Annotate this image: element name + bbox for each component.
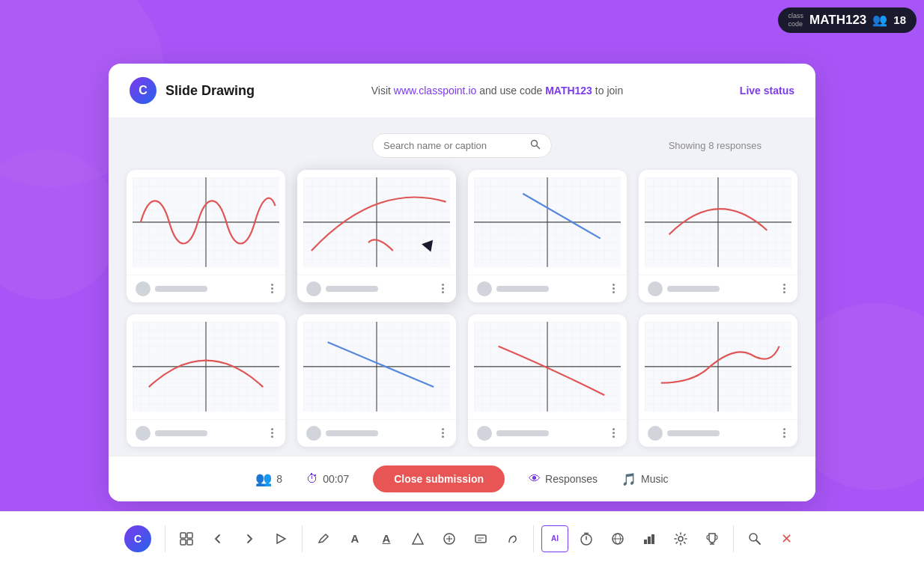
response-card-7[interactable] [468, 314, 627, 447]
class-code-label: classcode [788, 12, 804, 28]
toolbar-settings-icon[interactable] [667, 525, 694, 552]
card-footer-3 [468, 275, 627, 302]
participants-icon: 👥 [255, 471, 272, 487]
avatar-4 [648, 281, 663, 296]
participant-count-topbar: 18 [893, 13, 906, 26]
timer-value: 00:07 [323, 473, 349, 485]
classpoint-url[interactable]: www.classpoint.io [394, 85, 477, 97]
close-submission-button[interactable]: Close submission [373, 465, 505, 492]
name-placeholder-7 [496, 430, 549, 436]
toolbar-play-icon[interactable] [267, 525, 294, 552]
music-label: Music [641, 473, 669, 485]
header: C Slide Drawing Visit www.classpoint.io … [109, 64, 815, 118]
avatar-1 [136, 281, 151, 296]
name-placeholder-1 [155, 286, 207, 292]
timer-icon: ⏱ [306, 472, 318, 486]
search-button[interactable] [530, 139, 541, 152]
avatar-8 [648, 426, 663, 441]
name-placeholder-6 [326, 430, 378, 436]
avatar-7 [477, 426, 492, 441]
card-footer-1 [127, 275, 285, 302]
use-code-text: and use code [476, 85, 545, 97]
toolbar-search-icon[interactable] [741, 525, 768, 552]
toolbar-text-icon[interactable]: A [341, 525, 368, 552]
toolbar-text-underline-icon[interactable]: A [373, 525, 400, 552]
avatar-3 [477, 281, 492, 296]
more-button-3[interactable] [610, 282, 618, 295]
toolbar-logo[interactable]: C [124, 525, 151, 552]
avatar-6 [306, 426, 321, 441]
more-button-4[interactable] [780, 282, 788, 295]
toolbar-trophy-icon[interactable] [699, 525, 726, 552]
toolbar-timer-icon[interactable] [573, 525, 600, 552]
search-box[interactable] [372, 133, 552, 158]
content-area: Showing 8 responses [109, 118, 815, 456]
toolbar-divider-4 [733, 525, 734, 552]
header-left: C Slide Drawing [130, 77, 255, 104]
card-graph-1 [127, 170, 285, 275]
name-placeholder-5 [155, 430, 207, 436]
showing-count: Showing 8 responses [669, 140, 762, 151]
card-info-3 [477, 281, 549, 296]
card-info-2 [306, 281, 378, 296]
card-graph-8 [639, 314, 797, 419]
card-graph-6 [297, 314, 456, 419]
card-graph-3 [468, 170, 627, 275]
to-join-text: to join [592, 85, 623, 97]
toolbar-chart-icon[interactable] [636, 525, 663, 552]
more-button-2[interactable] [439, 282, 447, 295]
more-button-8[interactable] [780, 427, 788, 439]
toolbar-gesture-icon[interactable] [499, 525, 526, 552]
more-button-7[interactable] [610, 427, 618, 439]
live-status-button[interactable]: Live status [740, 85, 794, 97]
name-placeholder-8 [667, 430, 720, 436]
response-grid [127, 170, 797, 447]
responses-button[interactable]: 👁 Responses [529, 472, 598, 486]
toolbar-ai-icon[interactable]: AI [541, 525, 568, 552]
toolbar-pen-icon[interactable] [310, 525, 337, 552]
card-footer-6 [297, 419, 456, 447]
card-info-7 [477, 426, 549, 441]
toolbar-forward-icon[interactable] [236, 525, 263, 552]
response-card-2[interactable] [297, 170, 456, 302]
toolbar-back-icon[interactable] [204, 525, 231, 552]
toolbar-grid-icon[interactable] [173, 525, 200, 552]
action-bar: 👥 8 ⏱ 00:07 Close submission 👁 Responses… [109, 456, 815, 501]
class-code-value: MATH123 [809, 13, 866, 28]
more-button-6[interactable] [439, 427, 447, 439]
response-card-1[interactable] [127, 170, 285, 302]
toolbar-text2-icon[interactable] [467, 525, 494, 552]
response-card-4[interactable] [639, 170, 797, 302]
search-input[interactable] [383, 140, 524, 151]
responses-icon: 👁 [529, 472, 541, 486]
card-footer-7 [468, 419, 627, 447]
card-footer-2 [297, 275, 456, 302]
toolbar-close-icon[interactable]: ✕ [773, 525, 800, 552]
toolbar-divider-3 [533, 525, 534, 552]
response-card-3[interactable] [468, 170, 627, 302]
toolbar-circle-icon[interactable] [436, 525, 463, 552]
svg-rect-39 [187, 540, 192, 545]
music-icon: 🎵 [621, 472, 636, 486]
svg-rect-38 [180, 540, 186, 545]
avatar-2 [306, 281, 321, 296]
card-graph-2 [297, 170, 456, 275]
card-graph-4 [639, 170, 797, 275]
header-center: Visit www.classpoint.io and use code MAT… [371, 85, 623, 97]
response-card-8[interactable] [639, 314, 797, 447]
svg-rect-57 [651, 534, 654, 544]
toolbar-icons: C A A AI [118, 525, 806, 552]
toolbar-globe-icon[interactable] [604, 525, 631, 552]
participants-count: 8 [276, 473, 282, 485]
more-button-5[interactable] [268, 427, 276, 439]
app-logo: C [130, 77, 156, 104]
more-button-1[interactable] [268, 282, 276, 295]
people-icon: 👥 [872, 13, 887, 27]
name-placeholder-4 [667, 286, 720, 292]
music-button[interactable]: 🎵 Music [621, 472, 669, 486]
response-card-6[interactable] [297, 314, 456, 447]
response-card-5[interactable] [127, 314, 285, 447]
toolbar-shape-icon[interactable] [404, 525, 431, 552]
svg-marker-40 [277, 534, 285, 543]
svg-line-1 [537, 146, 540, 149]
